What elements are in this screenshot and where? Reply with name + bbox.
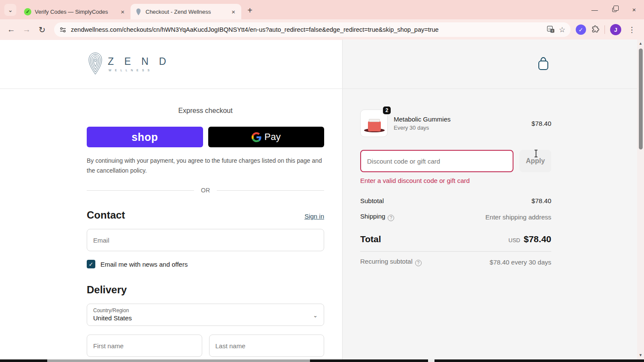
site-settings-icon[interactable] — [59, 26, 67, 33]
checkout-page: Z E N D W E L L N E S S Express checkout… — [0, 40, 637, 362]
google-g-icon — [252, 132, 261, 142]
address-bar[interactable]: zendwellness.com/checkouts/cn/hWN3YqAaKu… — [54, 22, 571, 37]
reload-button[interactable]: ↻ — [35, 23, 49, 37]
recurring-label-wrap: Recurring subtotal? — [360, 258, 422, 266]
recurring-subtotal-row: Recurring subtotal? $78.40 every 30 days — [360, 258, 551, 266]
google-pay-button[interactable]: Pay — [208, 127, 325, 147]
taskbar-segment — [428, 359, 434, 362]
country-region-select[interactable]: Country/Region United States ⌄ — [87, 304, 324, 326]
shipping-label: Shipping — [360, 213, 385, 220]
chevron-down-icon: ⌄ — [313, 312, 318, 319]
tab-strip: ⌄ ✓ Verify Codes — SimplyCodes × Checkou… — [0, 0, 644, 19]
total-value-wrap: USD $78.40 — [508, 234, 551, 244]
discount-code-input[interactable] — [360, 150, 513, 172]
profile-avatar[interactable]: J — [610, 24, 621, 35]
quantity-badge: 2 — [382, 106, 392, 115]
newsletter-label[interactable]: Email me with news and offers — [100, 261, 188, 268]
subtotal-label: Subtotal — [360, 197, 384, 204]
store-logo[interactable]: Z E N D W E L L N E S S — [88, 52, 170, 75]
browser-toolbar: ← → ↻ zendwellness.com/checkouts/cn/hWN3… — [0, 19, 644, 40]
item-price: $78.40 — [532, 120, 551, 127]
jar-lid-decoration — [369, 119, 380, 122]
chevron-down-icon: ⌄ — [8, 6, 13, 13]
total-row: Total USD $78.40 — [360, 234, 551, 244]
tab-close-icon[interactable]: × — [230, 8, 237, 15]
email-field[interactable] — [87, 229, 324, 251]
minimize-button[interactable]: — — [585, 0, 605, 19]
scroll-down-icon[interactable]: ▼ — [637, 352, 644, 359]
browser-window: ⌄ ✓ Verify Codes — SimplyCodes × Checkou… — [0, 0, 644, 362]
tab-title: Checkout - Zend Wellness — [146, 9, 226, 15]
recurring-label: Recurring subtotal — [360, 258, 413, 265]
browser-menu-icon[interactable]: ⋮ — [626, 25, 637, 34]
brand-subtitle: W E L L N E S S — [109, 69, 170, 72]
shipping-row: Shipping? Enter shipping address — [360, 213, 551, 221]
shop-pay-logo: shop — [131, 131, 158, 143]
contact-section-header: Contact Sign in — [87, 209, 324, 221]
tab-checkout-active[interactable]: Checkout - Zend Wellness × — [131, 4, 241, 19]
total-amount: $78.40 — [524, 234, 551, 244]
delivery-section-header: Delivery — [87, 284, 324, 296]
close-button[interactable]: × — [624, 0, 644, 19]
restore-icon — [612, 8, 617, 12]
scroll-up-icon[interactable]: ▲ — [637, 40, 644, 47]
extensions-puzzle-icon[interactable] — [591, 25, 599, 35]
sign-in-link[interactable]: Sign in — [304, 213, 324, 220]
cart-bag-icon[interactable] — [538, 57, 549, 73]
item-frequency: Every 30 days — [394, 125, 526, 131]
vertical-scrollbar[interactable]: ▲ ▼ — [637, 40, 644, 362]
taskbar-segment — [434, 359, 644, 362]
newsletter-opt-in: ✓ Email me with news and offers — [87, 260, 324, 268]
item-info: Metabolic Gummies Every 30 days — [394, 116, 526, 131]
simplycodes-favicon-icon: ✓ — [24, 8, 31, 15]
shipping-help-icon[interactable]: ? — [388, 215, 394, 221]
brand-name: Z E N D — [108, 56, 170, 67]
forward-button[interactable]: → — [20, 23, 33, 37]
tab-close-icon[interactable]: × — [119, 8, 126, 15]
last-name-field[interactable] — [209, 335, 325, 357]
newsletter-checkbox[interactable]: ✓ — [87, 260, 95, 268]
shop-pay-button[interactable]: shop — [87, 127, 203, 147]
product-thumbnail: 2 — [360, 110, 388, 137]
express-checkout-label: Express checkout — [87, 107, 324, 115]
summary-divider — [360, 251, 551, 252]
gpay-label: Pay — [264, 131, 281, 143]
discount-row: Apply — [360, 150, 551, 172]
back-button[interactable]: ← — [4, 23, 18, 37]
first-name-field[interactable] — [87, 335, 202, 357]
restore-button[interactable] — [605, 0, 624, 19]
or-label: OR — [201, 187, 210, 194]
recurring-help-icon[interactable]: ? — [415, 260, 422, 266]
item-name: Metabolic Gummies — [394, 116, 526, 123]
payment-legal-text: By continuing with your payment, you agr… — [87, 156, 324, 176]
scrollbar-thumb[interactable] — [639, 49, 643, 149]
subtotal-row: Subtotal $78.40 — [360, 197, 551, 204]
recurring-value: $78.40 every 30 days — [490, 259, 551, 266]
translate-icon[interactable]: G文 — [547, 26, 555, 33]
taskbar-edge — [0, 359, 644, 362]
shipping-value: Enter shipping address — [486, 213, 551, 221]
tab-title: Verify Codes — SimplyCodes — [35, 9, 115, 15]
or-divider: OR — [87, 187, 324, 194]
tab-search-button[interactable]: ⌄ — [4, 4, 16, 16]
toolbar-right: ✓ J ⋮ — [576, 24, 640, 35]
divider-line — [217, 190, 324, 191]
bookmark-star-icon[interactable]: ☆ — [559, 25, 565, 34]
window-controls: — × — [585, 0, 644, 19]
name-fields-row — [87, 335, 324, 357]
taskbar-segment — [0, 359, 47, 362]
cart-line-item: 2 Metabolic Gummies Every 30 days $78.40 — [360, 110, 551, 137]
store-header: Z E N D W E L L N E S S — [0, 40, 637, 89]
svg-text:文: 文 — [551, 29, 553, 32]
text-cursor-pointer — [534, 149, 538, 159]
express-pay-buttons: shop Pay — [87, 127, 324, 147]
toolbar-separator — [605, 25, 605, 34]
url-text[interactable]: zendwellness.com/checkouts/cn/hWN3YqAaKu… — [71, 26, 543, 33]
country-value: United States — [93, 314, 318, 322]
zend-drop-logo-icon — [88, 52, 103, 75]
simplycodes-extension-icon[interactable]: ✓ — [576, 24, 586, 35]
new-tab-button[interactable]: + — [244, 4, 256, 16]
tab-simplycodes[interactable]: ✓ Verify Codes — SimplyCodes × — [20, 4, 131, 19]
map-pin-favicon-icon — [135, 8, 142, 15]
brand-text: Z E N D W E L L N E S S — [108, 56, 170, 72]
